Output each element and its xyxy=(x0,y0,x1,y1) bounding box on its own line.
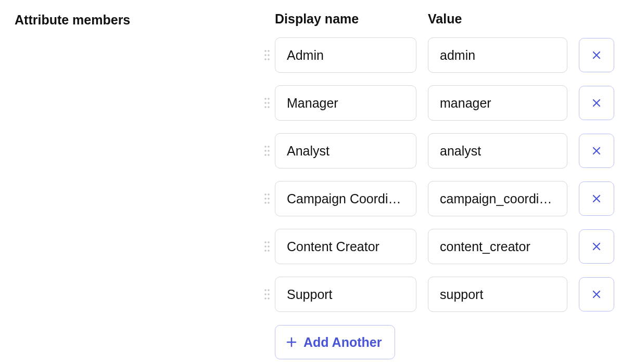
svg-point-34 xyxy=(264,297,267,300)
svg-point-26 xyxy=(264,245,267,248)
close-icon xyxy=(591,241,602,252)
value-input[interactable] xyxy=(428,229,567,264)
svg-point-24 xyxy=(264,241,267,243)
svg-point-21 xyxy=(268,198,270,200)
members-fields-column: Display name Value xyxy=(264,11,619,359)
close-icon xyxy=(591,193,602,204)
svg-point-2 xyxy=(264,54,267,56)
svg-point-10 xyxy=(264,106,267,108)
svg-point-22 xyxy=(264,202,267,204)
drag-handle-icon[interactable] xyxy=(264,145,275,157)
svg-point-28 xyxy=(264,250,267,252)
display-name-input[interactable] xyxy=(275,277,416,312)
attribute-members-section: Attribute members Display name Value xyxy=(15,11,619,359)
close-icon xyxy=(591,50,602,60)
svg-point-16 xyxy=(264,154,267,156)
svg-point-6 xyxy=(264,98,267,100)
svg-point-9 xyxy=(268,102,270,104)
svg-point-23 xyxy=(268,202,270,204)
svg-point-29 xyxy=(268,250,270,252)
value-input[interactable] xyxy=(428,277,567,312)
display-name-header: Display name xyxy=(275,11,416,27)
svg-point-19 xyxy=(268,193,270,196)
close-icon xyxy=(591,98,602,108)
drag-handle-icon[interactable] xyxy=(264,97,275,109)
member-row xyxy=(264,228,619,265)
value-input[interactable] xyxy=(428,133,567,168)
svg-point-5 xyxy=(268,58,270,60)
svg-point-11 xyxy=(268,106,270,108)
value-input[interactable] xyxy=(428,181,567,216)
remove-button[interactable] xyxy=(579,181,614,216)
column-headers: Display name Value xyxy=(264,11,619,27)
members-rows xyxy=(264,37,619,313)
section-title: Attribute members xyxy=(15,11,264,28)
svg-point-7 xyxy=(268,98,270,100)
member-row xyxy=(264,37,619,73)
member-row xyxy=(264,276,619,313)
svg-point-0 xyxy=(264,50,267,52)
svg-point-25 xyxy=(268,241,270,243)
close-icon xyxy=(591,289,602,300)
svg-point-31 xyxy=(268,289,270,291)
display-name-input[interactable] xyxy=(275,133,416,168)
svg-point-3 xyxy=(268,54,270,56)
value-input[interactable] xyxy=(428,37,567,73)
value-input[interactable] xyxy=(428,85,567,121)
member-row xyxy=(264,133,619,169)
display-name-input[interactable] xyxy=(275,181,416,216)
svg-point-8 xyxy=(264,102,267,104)
display-name-input[interactable] xyxy=(275,85,416,121)
member-row xyxy=(264,180,619,217)
svg-point-1 xyxy=(268,50,270,52)
svg-point-12 xyxy=(264,146,267,148)
section-label-column: Attribute members xyxy=(15,11,264,28)
svg-point-15 xyxy=(268,150,270,152)
add-another-button[interactable]: Add Another xyxy=(275,325,395,359)
svg-point-14 xyxy=(264,150,267,152)
svg-point-20 xyxy=(264,198,267,200)
plus-icon xyxy=(286,336,297,348)
drag-handle-icon[interactable] xyxy=(264,49,275,61)
svg-point-30 xyxy=(264,289,267,291)
svg-point-18 xyxy=(264,193,267,196)
drag-handle-icon[interactable] xyxy=(264,289,275,300)
svg-point-17 xyxy=(268,154,270,156)
remove-button[interactable] xyxy=(579,277,614,311)
drag-handle-icon[interactable] xyxy=(264,241,275,252)
display-name-input[interactable] xyxy=(275,37,416,73)
close-icon xyxy=(591,146,602,156)
display-name-input[interactable] xyxy=(275,229,416,264)
drag-handle-icon[interactable] xyxy=(264,193,275,204)
remove-button[interactable] xyxy=(579,38,614,72)
remove-button[interactable] xyxy=(579,86,614,120)
remove-button[interactable] xyxy=(579,134,614,168)
svg-point-32 xyxy=(264,293,267,295)
value-header: Value xyxy=(428,11,567,27)
svg-point-35 xyxy=(268,297,270,300)
svg-point-13 xyxy=(268,146,270,148)
svg-point-33 xyxy=(268,293,270,295)
remove-button[interactable] xyxy=(579,229,614,264)
member-row xyxy=(264,85,619,121)
svg-point-27 xyxy=(268,245,270,248)
svg-point-4 xyxy=(264,58,267,60)
add-another-label: Add Another xyxy=(303,335,382,350)
